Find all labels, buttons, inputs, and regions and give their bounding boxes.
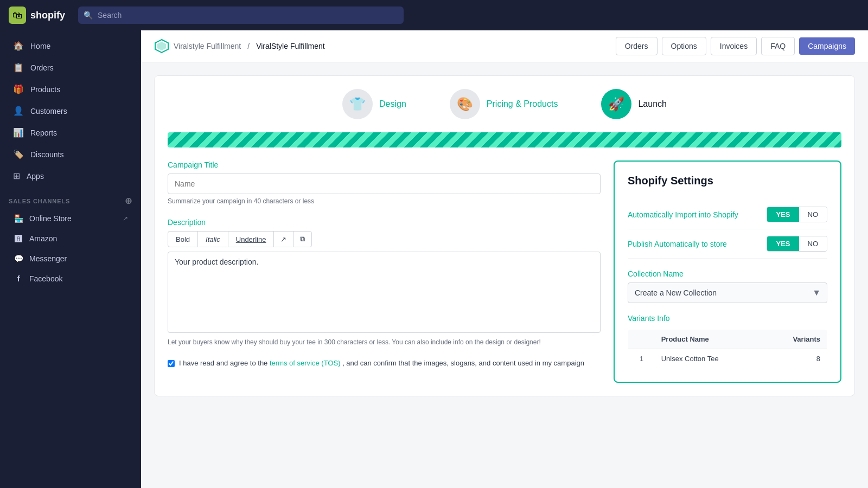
pricing-step-label: Pricing & Products <box>487 99 558 109</box>
campaigns-button[interactable]: Campaigns <box>799 37 855 55</box>
online-store-icon: 🏪 <box>13 213 24 224</box>
sidebar-item-messenger[interactable]: 💬 Messenger <box>4 249 137 268</box>
auto-import-row: Automatically Import into Shopify YES NO <box>628 200 827 229</box>
row-num: 1 <box>628 349 655 369</box>
share-button[interactable]: ↗ <box>273 231 293 247</box>
search-bar: 🔍 <box>78 7 404 24</box>
orders-button[interactable]: Orders <box>616 37 658 55</box>
breadcrumb-current-page: ViralStyle Fulfillment <box>256 42 325 50</box>
right-column: Shopify Settings Automatically Import in… <box>614 160 841 383</box>
tos-text-after: , and can confirm that the images, sloga… <box>342 359 584 367</box>
variants-info-section: Variants Info Product Name Variants <box>628 314 827 369</box>
progress-bar <box>168 132 841 147</box>
messenger-icon: 💬 <box>13 253 24 264</box>
description-section: Description Bold Italic Underline ↗ ⧉ Yo… <box>168 218 601 346</box>
amazon-icon: 🅰 <box>13 233 24 244</box>
invoices-button[interactable]: Invoices <box>711 37 757 55</box>
collection-select-wrapper: Create a New Collection ▼ <box>628 282 827 303</box>
search-input[interactable] <box>78 7 404 24</box>
variants-col-variants: Variants <box>764 330 827 349</box>
sidebar-item-orders[interactable]: 📋 Orders <box>4 57 137 78</box>
products-icon: 🎁 <box>13 84 24 94</box>
app-header: Viralstyle Fulfillment / ViralStyle Fulf… <box>141 30 868 62</box>
variants-col-num <box>628 330 655 349</box>
app-header-buttons: Orders Options Invoices FAQ Campaigns <box>616 37 855 55</box>
description-toolbar: Bold Italic Underline ↗ ⧉ <box>168 231 601 247</box>
publish-auto-yes-button[interactable]: YES <box>767 236 799 251</box>
wizard-step-design[interactable]: 👕 Design <box>342 89 406 119</box>
sidebar-item-apps[interactable]: ⊞ Apps <box>4 165 137 187</box>
form-area: Campaign Title Summarize your campaign i… <box>155 160 854 396</box>
home-icon: 🏠 <box>13 41 24 51</box>
left-column: Campaign Title Summarize your campaign i… <box>168 160 601 367</box>
publish-auto-row: Publish Automatically to store YES NO <box>628 229 827 259</box>
wizard-step-launch[interactable]: 🚀 Launch <box>601 89 667 119</box>
tos-link[interactable]: terms of service (TOS) <box>270 359 341 367</box>
collection-name-section: Collection Name Create a New Collection … <box>628 269 827 303</box>
campaign-title-input[interactable] <box>168 174 601 194</box>
options-button[interactable]: Options <box>662 37 706 55</box>
apps-icon: ⊞ <box>13 171 20 181</box>
external-link-icon: ↗ <box>123 215 128 222</box>
publish-auto-label: Publish Automatically to store <box>628 240 727 248</box>
variants-col-product: Product Name <box>655 330 764 349</box>
svg-marker-1 <box>157 42 166 50</box>
campaign-title-section: Campaign Title Summarize your campaign i… <box>168 160 601 205</box>
reports-icon: 📊 <box>13 127 24 138</box>
page-content: 👕 Design 🎨 Pricing & Products 🚀 Launch <box>141 62 868 488</box>
main-content: Viralstyle Fulfillment / ViralStyle Fulf… <box>141 30 868 488</box>
tos-text-before: I have read and agree to the <box>179 359 267 367</box>
auto-import-no-button[interactable]: NO <box>799 207 827 222</box>
sidebar-item-online-store[interactable]: 🏪 Online Store ↗ <box>4 209 137 228</box>
tos-checkbox[interactable] <box>168 360 175 367</box>
row-variants: 8 <box>764 349 827 369</box>
top-navigation: 🛍 shopify 🔍 <box>0 0 868 30</box>
wizard-step-pricing[interactable]: 🎨 Pricing & Products <box>450 89 558 119</box>
logo-area: 🛍 shopify <box>9 7 65 24</box>
logo-text: shopify <box>30 10 65 21</box>
wizard-steps: 👕 Design 🎨 Pricing & Products 🚀 Launch <box>155 76 854 132</box>
sales-channels-section: SALES CHANNELS ⊕ <box>0 187 141 208</box>
add-sales-channel-icon[interactable]: ⊕ <box>125 196 132 206</box>
copy-button[interactable]: ⧉ <box>293 231 312 247</box>
italic-button[interactable]: Italic <box>197 231 228 247</box>
publish-auto-no-button[interactable]: NO <box>799 236 827 251</box>
sidebar-item-customers[interactable]: 👤 Customers <box>4 100 137 121</box>
table-row: 1 Unisex Cotton Tee 8 <box>628 349 827 369</box>
variants-info-label: Variants Info <box>628 314 827 323</box>
shopify-settings-title: Shopify Settings <box>628 175 827 187</box>
design-step-circle: 👕 <box>342 89 373 119</box>
auto-import-yes-button[interactable]: YES <box>767 207 799 222</box>
sidebar-item-discounts[interactable]: 🏷️ Discounts <box>4 144 137 165</box>
two-column-layout: Campaign Title Summarize your campaign i… <box>168 160 841 383</box>
tos-section: I have read and agree to the terms of se… <box>168 359 601 367</box>
launch-step-label: Launch <box>638 99 667 109</box>
customers-icon: 👤 <box>13 106 24 116</box>
design-step-label: Design <box>379 99 406 109</box>
bold-button[interactable]: Bold <box>168 231 198 247</box>
collection-select[interactable]: Create a New Collection <box>628 282 827 303</box>
sidebar-item-reports[interactable]: 📊 Reports <box>4 122 137 143</box>
description-label: Description <box>168 218 601 227</box>
sidebar-item-products[interactable]: 🎁 Products <box>4 79 137 100</box>
publish-auto-toggle: YES NO <box>767 236 827 252</box>
underline-button[interactable]: Underline <box>228 231 275 247</box>
sidebar-item-amazon[interactable]: 🅰 Amazon <box>4 229 137 248</box>
facebook-icon: f <box>13 273 24 284</box>
layout: 🏠 Home 📋 Orders 🎁 Products 👤 Customers 📊… <box>0 30 868 488</box>
description-textarea[interactable]: Your product description. <box>168 252 601 333</box>
description-hint: Let your buyers know why they should buy… <box>168 338 601 346</box>
variants-table: Product Name Variants 1 Unisex Cotton Te <box>628 329 827 369</box>
discounts-icon: 🏷️ <box>13 149 24 159</box>
auto-import-toggle: YES NO <box>767 207 827 222</box>
sidebar-item-facebook[interactable]: f Facebook <box>4 269 137 288</box>
shopify-settings-card: Shopify Settings Automatically Import in… <box>614 160 841 383</box>
pricing-step-circle: 🎨 <box>450 89 480 119</box>
search-icon: 🔍 <box>84 11 93 20</box>
viralstyle-icon <box>154 38 169 54</box>
breadcrumb-separator: / <box>247 42 250 50</box>
sidebar-item-home[interactable]: 🏠 Home <box>4 35 137 56</box>
row-product-name: Unisex Cotton Tee <box>655 349 764 369</box>
orders-icon: 📋 <box>13 62 24 73</box>
faq-button[interactable]: FAQ <box>761 37 795 55</box>
